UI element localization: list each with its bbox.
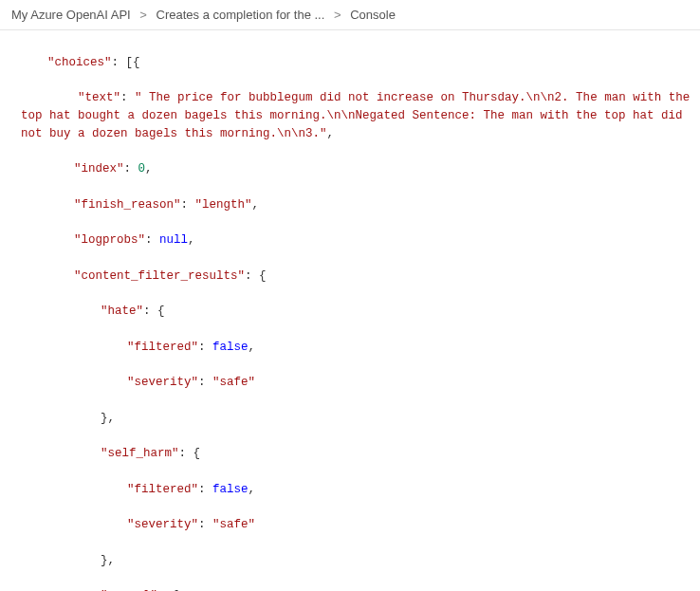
breadcrumb: My Azure OpenAI API > Creates a completi… [0, 0, 700, 30]
breadcrumb-sep: > [134, 8, 153, 22]
json-line: "index": 0, [21, 160, 691, 178]
json-line: "severity": "safe" [21, 374, 691, 392]
breadcrumb-item-api[interactable]: My Azure OpenAI API [11, 8, 131, 22]
breadcrumb-sep: > [328, 8, 347, 22]
json-line: "filtered": false, [21, 481, 691, 499]
json-line: "finish_reason": "length", [21, 196, 691, 214]
json-line: "text": " The price for bubblegum did no… [21, 89, 691, 142]
json-line: "choices": [{ [21, 54, 691, 72]
json-line: "content_filter_results": { [21, 268, 691, 286]
json-line: "severity": "safe" [21, 516, 691, 534]
json-line: "self_harm": { [21, 445, 691, 463]
breadcrumb-item-operation[interactable]: Creates a completion for the ... [157, 8, 325, 22]
json-line: "sexual": { [21, 587, 691, 591]
json-line: "hate": { [21, 303, 691, 321]
json-line: "filtered": false, [21, 339, 691, 357]
json-line: }, [21, 552, 691, 570]
json-line: }, [21, 410, 691, 428]
breadcrumb-item-console[interactable]: Console [350, 8, 396, 22]
json-line: "logprobs": null, [21, 231, 691, 249]
json-response-viewer: "choices": [{ "text": " The price for bu… [0, 30, 700, 591]
